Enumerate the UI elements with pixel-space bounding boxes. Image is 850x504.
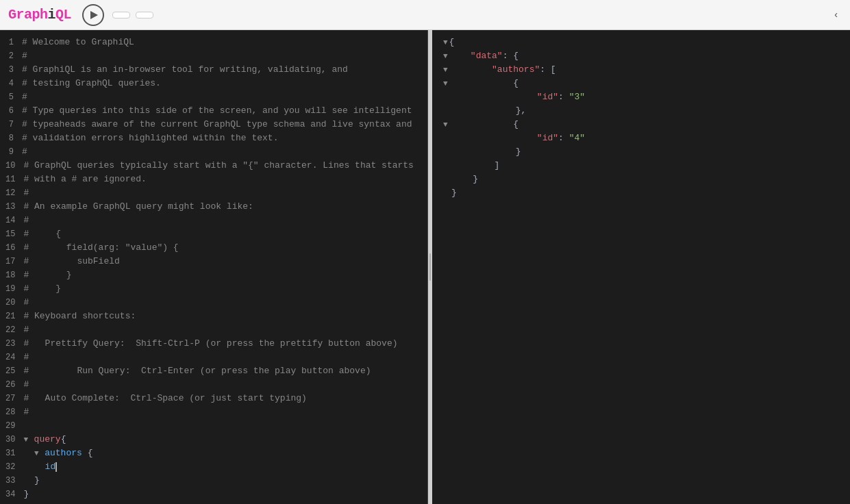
editor-line: 14# [0, 214, 427, 227]
header: GraphiQL ‹ [0, 0, 850, 30]
line-number: 18 [0, 268, 23, 282]
line-number: 16 [0, 241, 23, 255]
line-content: # [22, 145, 427, 159]
editor-line: 4# testing GraphQL queries. [0, 77, 427, 90]
line-number: 34 [0, 488, 23, 501]
line-number: 12 [0, 186, 23, 200]
line-number: 6 [0, 104, 22, 118]
fold-toggle[interactable]: ▼ [443, 36, 448, 49]
result-line: } [443, 186, 850, 200]
editor-line: 26# [0, 378, 427, 392]
result-line: } [443, 145, 850, 159]
editor-line: 30▼ query{ [0, 433, 427, 446]
line-number: 23 [0, 337, 23, 351]
result-content: { [449, 36, 455, 49]
line-number: 22 [0, 323, 23, 337]
editor-line: 8# validation errors highlighted within … [0, 131, 427, 145]
fold-toggle[interactable]: ▼ [443, 49, 448, 63]
line-number: 32 [0, 460, 23, 474]
line-content: # [23, 323, 427, 337]
prettify-button[interactable] [112, 12, 130, 18]
result-content: } [451, 145, 521, 159]
line-content: # Type queries into this side of the scr… [22, 104, 427, 118]
line-number: 7 [0, 118, 22, 131]
line-number: 21 [0, 310, 23, 323]
pane-divider[interactable] [428, 30, 432, 504]
editor-line: 18# } [0, 268, 427, 282]
line-number: 19 [0, 282, 23, 296]
code-editor[interactable]: 1# Welcome to GraphiQL2#3# GraphiQL is a… [0, 30, 427, 504]
fold-toggle[interactable]: ▼ [443, 63, 448, 77]
editor-line: 28# [0, 405, 427, 419]
result-content: "data": { [449, 49, 518, 63]
line-content: # GraphQL queries typically start with a… [23, 159, 427, 173]
line-content: # field(arg: "value") { [23, 241, 427, 255]
line-number: 4 [0, 77, 22, 90]
editor-line: 23# Prettify Query: Shift-Ctrl-P (or pre… [0, 337, 427, 351]
editor-line: 22# [0, 323, 427, 337]
docs-link[interactable]: ‹ [834, 10, 842, 21]
editor-line: 5# [0, 90, 427, 104]
line-number: 26 [0, 378, 23, 392]
run-button[interactable] [82, 4, 104, 26]
line-content: # [23, 214, 427, 227]
result-line: }, [443, 104, 850, 118]
editor-line: 31 ▼ authors { [0, 446, 427, 460]
line-number: 11 [0, 173, 23, 186]
result-line: ] [443, 159, 850, 173]
line-number: 30 [0, 433, 23, 446]
line-content: # validation errors highlighted within t… [22, 131, 427, 145]
result-line: ▼ "authors": [ [443, 63, 850, 77]
history-button[interactable] [136, 12, 153, 18]
result-content: ] [451, 159, 499, 173]
line-number: 28 [0, 405, 23, 419]
editor-line: 16# field(arg: "value") { [0, 241, 427, 255]
line-content: # Welcome to GraphiQL [22, 36, 427, 49]
editor-line: 7# typeaheads aware of the current Graph… [0, 118, 427, 131]
line-number: 33 [0, 474, 23, 488]
line-content: # { [23, 227, 427, 241]
fold-toggle[interactable]: ▼ [443, 77, 448, 90]
line-number: 14 [0, 214, 23, 227]
editor-line: 29 [0, 419, 427, 433]
line-number: 35 [0, 501, 23, 504]
result-content: "id": "3" [451, 90, 585, 104]
line-content: # GraphiQL is an in-browser tool for wri… [22, 63, 427, 77]
line-content: # An example GraphQL query might look li… [23, 200, 427, 214]
line-content: # typeaheads aware of the current GraphQ… [22, 118, 427, 131]
line-number: 9 [0, 145, 22, 159]
line-number: 20 [0, 296, 23, 310]
editor-line: 9# [0, 145, 427, 159]
editor-line: 35 [0, 501, 427, 504]
line-content: # [23, 186, 427, 200]
result-line: "id": "3" [443, 90, 850, 104]
editor-line: 32 id [0, 460, 427, 474]
editor-line: 2# [0, 49, 427, 63]
editor-line: 34} [0, 488, 427, 501]
result-line: ▼{ [443, 36, 850, 49]
line-content: # [22, 90, 427, 104]
result-content: "authors": [ [449, 63, 556, 77]
result-content: } [451, 173, 478, 186]
result-pane[interactable]: ▼{▼ "data": {▼ "authors": [▼ { "id": "3"… [432, 30, 850, 504]
editor-line: 11# with a # are ignored. [0, 173, 427, 186]
editor-line: 17# subField [0, 255, 427, 268]
line-number: 31 [0, 446, 23, 460]
editor-line: 27# Auto Complete: Ctrl-Space (or just s… [0, 392, 427, 405]
line-content: } [23, 474, 427, 488]
line-number: 1 [0, 36, 22, 49]
fold-toggle[interactable]: ▼ [443, 118, 448, 131]
line-content: # Keyboard shortcuts: [23, 310, 427, 323]
line-content: # with a # are ignored. [23, 173, 427, 186]
line-number: 13 [0, 200, 23, 214]
line-content: # [23, 351, 427, 364]
result-content: { [449, 77, 518, 90]
result-content: "id": "4" [451, 131, 585, 145]
main-area: 1# Welcome to GraphiQL2#3# GraphiQL is a… [0, 30, 850, 504]
line-number: 5 [0, 90, 22, 104]
editor-line: 19# } [0, 282, 427, 296]
editor-line: 33 } [0, 474, 427, 488]
editor-pane[interactable]: 1# Welcome to GraphiQL2#3# GraphiQL is a… [0, 30, 428, 504]
chevron-left-icon: ‹ [834, 10, 839, 21]
line-content: # [23, 378, 427, 392]
